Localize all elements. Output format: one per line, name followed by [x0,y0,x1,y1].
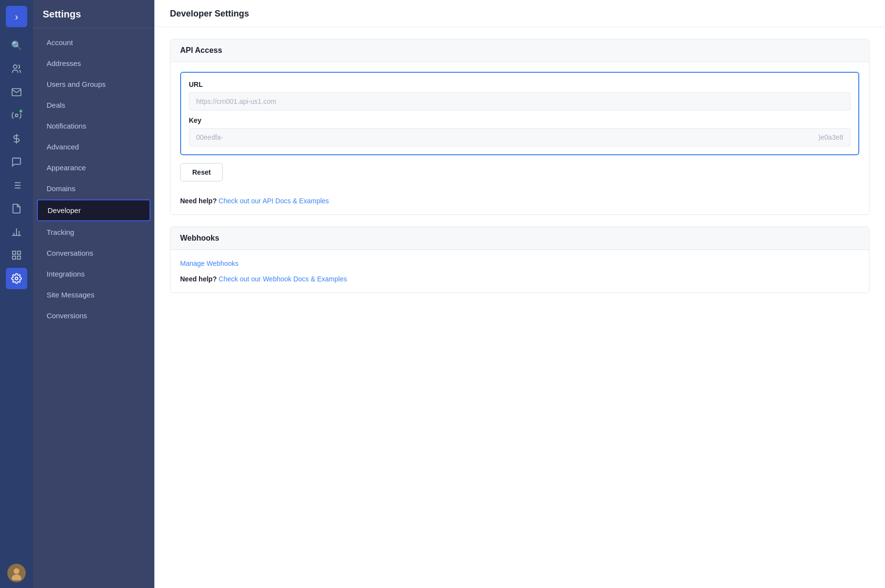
lists-nav-icon[interactable] [6,175,27,196]
sidebar-item-site-messages[interactable]: Site Messages [37,285,150,305]
sidebar-item-notifications[interactable]: Notifications [37,116,150,136]
url-label: URL [189,81,851,88]
svg-point-19 [14,568,19,574]
email-nav-icon[interactable] [6,82,27,103]
svg-point-17 [15,277,18,280]
webhooks-section: Webhooks Manage Webhooks Need help? Chec… [170,227,869,293]
svg-rect-13 [13,251,16,254]
sidebar-item-domains[interactable]: Domains [37,179,150,198]
api-access-section: API Access URL https://crn001.api-us1.co… [170,39,869,215]
avatar[interactable] [7,564,26,582]
key-field: Key 00eedfa- )e0a3e8 [189,116,851,147]
sidebar-item-advanced[interactable]: Advanced [37,137,150,157]
sidebar-item-tracking[interactable]: Tracking [37,222,150,242]
campaigns-nav-icon[interactable] [6,198,27,219]
api-access-box: URL https://crn001.api-us1.com Key 00eed… [180,72,859,155]
activity-nav-icon[interactable] [6,105,27,126]
sidebar-item-users-groups[interactable]: Users and Groups [37,74,150,94]
contacts-nav-icon[interactable] [6,58,27,80]
url-value: https://crn001.api-us1.com [189,92,851,111]
key-label: Key [189,116,851,124]
icon-rail: › 🔍 [0,0,33,588]
settings-sidebar: Settings Account Addresses Users and Gro… [33,0,154,588]
reports-nav-icon[interactable] [6,221,27,243]
deals-nav-icon[interactable] [6,128,27,149]
sidebar-item-conversions[interactable]: Conversions [37,306,150,326]
url-field: URL https://crn001.api-us1.com [189,81,851,111]
sidebar-item-conversations[interactable]: Conversations [37,243,150,263]
sidebar-item-addresses[interactable]: Addresses [37,53,150,73]
content-area: API Access URL https://crn001.api-us1.co… [154,27,885,305]
sidebar-item-deals[interactable]: Deals [37,95,150,115]
settings-sidebar-title: Settings [33,0,154,28]
key-value: 00eedfa- )e0a3e8 [189,128,851,147]
manage-webhooks-link[interactable]: Manage Webhooks [180,260,859,267]
main-header: Developer Settings [154,0,885,27]
chat-nav-icon[interactable] [6,151,27,173]
reset-button[interactable]: Reset [180,163,223,181]
pages-nav-icon[interactable] [6,245,27,266]
user-avatar-container[interactable] [7,564,26,582]
webhook-docs-link[interactable]: Check out our Webhook Docs & Examples [218,275,347,283]
sidebar-item-account[interactable]: Account [37,33,150,52]
api-help-text: Need help? Check out our API Docs & Exam… [180,197,859,205]
expand-rail-button[interactable]: › [6,6,27,27]
api-access-header: API Access [170,39,869,62]
sidebar-item-appearance[interactable]: Appearance [37,158,150,178]
webhooks-body: Manage Webhooks Need help? Check out our… [170,250,869,293]
api-docs-link[interactable]: Check out our API Docs & Examples [218,197,329,205]
settings-nav: Account Addresses Users and Groups Deals… [33,28,154,330]
main-content: Developer Settings API Access URL https:… [154,0,885,588]
sidebar-item-developer[interactable]: Developer [37,199,150,221]
key-value-end: )e0a3e8 [818,133,843,141]
webhooks-header: Webhooks [170,227,869,250]
key-value-start: 00eedfa- [196,133,223,141]
svg-rect-16 [13,256,16,259]
search-nav-icon[interactable]: 🔍 [6,35,27,56]
settings-nav-icon[interactable] [6,268,27,289]
sidebar-item-integrations[interactable]: Integrations [37,264,150,284]
activity-dot [18,109,23,114]
svg-point-0 [14,65,17,68]
svg-rect-14 [17,251,20,254]
webhook-help-text: Need help? Check out our Webhook Docs & … [180,275,859,283]
svg-rect-15 [17,256,20,259]
svg-point-1 [15,114,18,117]
page-title: Developer Settings [170,9,869,19]
api-access-body: URL https://crn001.api-us1.com Key 00eed… [170,62,869,214]
